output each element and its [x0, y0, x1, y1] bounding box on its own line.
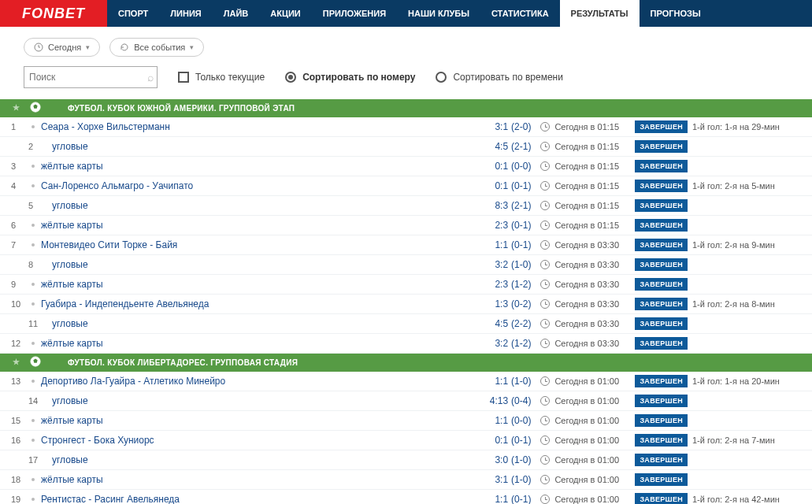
event-score[interactable]: 1:3(0-2) — [495, 298, 531, 309]
event-number: 2 — [28, 142, 49, 151]
event-number: 5 — [28, 201, 49, 210]
event-row[interactable]: 15жёлтые карты1:1(0-0)Сегодня в 01:00ЗАВ… — [0, 411, 812, 431]
event-name[interactable]: жёлтые карты — [41, 338, 495, 349]
competition-header[interactable]: ★ФУТБОЛ. КУБОК ЮЖНОЙ АМЕРИКИ. ГРУППОВОЙ … — [0, 99, 812, 117]
status-badge: ЗАВЕРШЕН — [635, 493, 688, 504]
event-score[interactable]: 3:0(1-0) — [495, 454, 531, 465]
event-name[interactable]: угловые — [52, 454, 495, 465]
event-name[interactable]: угловые — [52, 141, 495, 152]
nav-item-4[interactable]: ПРИЛОЖЕНИЯ — [312, 0, 397, 27]
events-filter-pill[interactable]: Все события ▾ — [109, 38, 204, 57]
event-name[interactable]: жёлтые карты — [41, 220, 495, 231]
clock-icon — [540, 416, 550, 425]
event-row[interactable]: 18жёлтые карты3:1(1-0)Сегодня в 01:00ЗАВ… — [0, 470, 812, 490]
nav-item-2[interactable]: ЛАЙВ — [213, 0, 260, 27]
status-badge: ЗАВЕРШЕН — [635, 199, 688, 212]
bullet-icon — [32, 302, 35, 306]
clock-icon — [540, 260, 550, 269]
event-row[interactable]: 3жёлтые карты0:1(0-0)Сегодня в 01:15ЗАВЕ… — [0, 157, 812, 176]
nav-item-0[interactable]: СПОРТ — [107, 0, 159, 27]
event-score[interactable]: 1:1(1-0) — [495, 376, 531, 387]
event-score[interactable]: 3:2(1-0) — [495, 259, 531, 270]
nav-item-8[interactable]: ПРОГНОЗЫ — [640, 0, 712, 27]
event-score[interactable]: 4:5(2-1) — [495, 141, 531, 152]
event-row[interactable]: 11угловые4:5(2-2)Сегодня в 03:30ЗАВЕРШЕН — [0, 314, 812, 334]
event-name[interactable]: жёлтые карты — [41, 415, 495, 426]
event-right: 0:1(0-1)Сегодня в 01:15ЗАВЕРШЕН1-й гол: … — [495, 180, 803, 192]
status-badge: ЗАВЕРШЕН — [635, 414, 688, 427]
search-input[interactable] — [29, 72, 147, 83]
event-row[interactable]: 17угловые3:0(1-0)Сегодня в 01:00ЗАВЕРШЕН — [0, 450, 812, 470]
clock-icon — [540, 220, 550, 230]
event-row[interactable]: 1Сеара - Хорхе Вильстерманн3:1(2-0)Сегод… — [0, 117, 812, 137]
event-score[interactable]: 8:3(2-1) — [495, 200, 531, 211]
event-number: 12 — [11, 339, 32, 348]
event-name[interactable]: угловые — [52, 395, 490, 406]
event-row[interactable]: 14угловые4:13(0-4)Сегодня в 01:00ЗАВЕРШЕ… — [0, 391, 812, 411]
sort-by-number-radio[interactable]: Сортировать по номеру — [285, 72, 415, 83]
chevron-down-icon: ▾ — [86, 43, 90, 51]
event-score[interactable]: 0:1(0-0) — [495, 161, 531, 172]
event-score[interactable]: 4:13(0-4) — [490, 395, 532, 406]
status-badge: ЗАВЕРШЕН — [635, 298, 688, 310]
event-right: 1:1(1-0)Сегодня в 01:00ЗАВЕРШЕН1-й гол: … — [495, 375, 803, 387]
event-row[interactable]: 9жёлтые карты2:3(1-2)Сегодня в 03:30ЗАВЕ… — [0, 275, 812, 295]
status-badge: ЗАВЕРШЕН — [635, 278, 688, 291]
search-icon[interactable]: ⌕ — [147, 71, 154, 83]
event-name[interactable]: Монтевидео Сити Торке - Байя — [41, 239, 495, 250]
event-score[interactable]: 1:1(0-0) — [495, 415, 531, 426]
status-badge: ЗАВЕРШЕН — [635, 258, 688, 271]
event-score[interactable]: 0:1(0-1) — [495, 180, 531, 191]
nav-item-3[interactable]: АКЦИИ — [259, 0, 312, 27]
only-current-checkbox[interactable]: Только текущие — [178, 72, 265, 83]
event-row[interactable]: 16Стронгест - Бока Хуниорс0:1(0-1)Сегодн… — [0, 431, 812, 450]
nav-item-6[interactable]: СТАТИСТИКА — [480, 0, 560, 27]
event-row[interactable]: 8угловые3:2(1-0)Сегодня в 03:30ЗАВЕРШЕН — [0, 255, 812, 275]
event-number: 10 — [11, 299, 32, 309]
event-row[interactable]: 2угловые4:5(2-1)Сегодня в 01:15ЗАВЕРШЕН — [0, 137, 812, 157]
event-score[interactable]: 4:5(2-2) — [495, 318, 531, 329]
status-badge: ЗАВЕРШЕН — [635, 239, 688, 251]
event-row[interactable]: 19Рентистас - Расинг Авельянеда1:1(0-1)С… — [0, 490, 812, 504]
status-badge: ЗАВЕРШЕН — [635, 219, 688, 232]
event-row[interactable]: 7Монтевидео Сити Торке - Байя1:1(0-1)Сег… — [0, 235, 812, 255]
brand-logo[interactable]: FONBET — [0, 0, 107, 27]
event-score[interactable]: 0:1(0-1) — [495, 435, 531, 446]
star-icon[interactable]: ★ — [13, 358, 20, 366]
event-time: Сегодня в 03:30 — [554, 339, 635, 348]
event-score[interactable]: 3:1(1-0) — [495, 474, 531, 485]
nav-item-1[interactable]: ЛИНИЯ — [159, 0, 212, 27]
event-row[interactable]: 6жёлтые карты2:3(0-1)Сегодня в 01:15ЗАВЕ… — [0, 216, 812, 235]
event-name[interactable]: угловые — [52, 200, 495, 211]
event-row[interactable]: 4Сан-Лоренсо Альмагро - Уачипато0:1(0-1)… — [0, 176, 812, 196]
event-score[interactable]: 1:1(0-1) — [495, 494, 531, 504]
event-name[interactable]: угловые — [52, 259, 495, 270]
event-name[interactable]: угловые — [52, 318, 495, 329]
event-name[interactable]: Гуабира - Индепендьенте Авельянеда — [41, 298, 495, 309]
event-time: Сегодня в 03:30 — [554, 240, 635, 250]
nav-item-7[interactable]: РЕЗУЛЬТАТЫ — [560, 0, 640, 27]
event-score[interactable]: 3:1(2-0) — [495, 121, 531, 132]
event-name[interactable]: Сеара - Хорхе Вильстерманн — [41, 121, 495, 132]
date-filter-pill[interactable]: Сегодня ▾ — [24, 38, 100, 57]
event-name[interactable]: Стронгест - Бока Хуниорс — [41, 435, 495, 446]
event-score[interactable]: 2:3(0-1) — [495, 220, 531, 231]
event-name[interactable]: Сан-Лоренсо Альмагро - Уачипато — [41, 180, 495, 191]
event-name[interactable]: жёлтые карты — [41, 474, 495, 485]
event-row[interactable]: 12жёлтые карты3:2(1-2)Сегодня в 03:30ЗАВ… — [0, 334, 812, 354]
event-row[interactable]: 5угловые8:3(2-1)Сегодня в 01:15ЗАВЕРШЕН — [0, 196, 812, 216]
event-score[interactable]: 1:1(0-1) — [495, 239, 531, 250]
star-icon[interactable]: ★ — [13, 103, 20, 112]
nav-item-5[interactable]: НАШИ КЛУБЫ — [397, 0, 480, 27]
event-name[interactable]: жёлтые карты — [41, 279, 495, 290]
clock-icon — [540, 181, 550, 191]
event-score[interactable]: 3:2(1-2) — [495, 338, 531, 349]
event-name[interactable]: жёлтые карты — [41, 161, 495, 172]
sort-by-time-radio[interactable]: Сортировать по времени — [436, 72, 563, 83]
event-row[interactable]: 10Гуабира - Индепендьенте Авельянеда1:3(… — [0, 295, 812, 314]
event-name[interactable]: Депортиво Ла-Гуайра - Атлетико Минейро — [41, 376, 495, 387]
event-row[interactable]: 13Депортиво Ла-Гуайра - Атлетико Минейро… — [0, 372, 812, 391]
event-name[interactable]: Рентистас - Расинг Авельянеда — [41, 494, 495, 504]
event-score[interactable]: 2:3(1-2) — [495, 279, 531, 290]
competition-header[interactable]: ★ФУТБОЛ. КУБОК ЛИБЕРТАДОРЕС. ГРУППОВАЯ С… — [0, 354, 812, 372]
